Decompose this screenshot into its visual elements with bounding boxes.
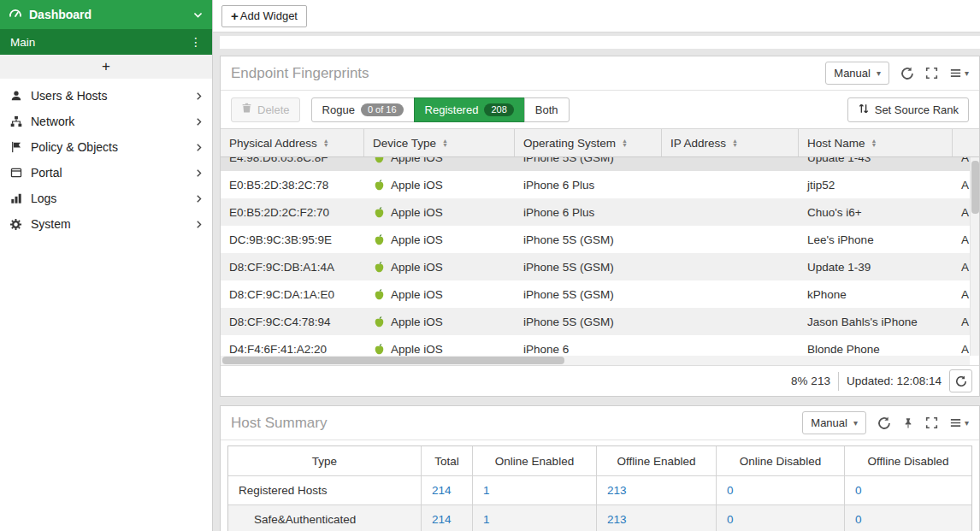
column-header-device-type[interactable]: Device Type▲▼ bbox=[364, 129, 515, 156]
caret-down-icon: ▾ bbox=[853, 418, 858, 428]
table-row[interactable]: D8:CF:9C:DA:1A:E0Apple iOSiPhone 5S (GSM… bbox=[221, 280, 979, 308]
tab-rogue[interactable]: Rogue0 of 16 bbox=[311, 97, 415, 122]
add-widget-button[interactable]: + Add Widget bbox=[221, 5, 307, 27]
host-table-body: Registered Hosts214121300Safe&Authentica… bbox=[228, 475, 971, 531]
refresh-icon[interactable] bbox=[900, 67, 914, 80]
count-link[interactable]: 1 bbox=[483, 513, 490, 526]
cell-count: 0 bbox=[845, 505, 971, 531]
tab-both[interactable]: Both bbox=[524, 97, 570, 122]
vertical-scrollbar[interactable] bbox=[970, 157, 979, 356]
sidebar-item-dashboard[interactable]: Dashboard bbox=[0, 0, 212, 29]
column-header-offline-disabled: Offline Disabled bbox=[845, 446, 971, 475]
table-row[interactable]: E0:B5:2D:38:2C:78Apple iOSiPhone 6 Plusj… bbox=[221, 171, 979, 198]
tab-label: Both bbox=[535, 103, 558, 116]
cell-device-type: Apple iOS bbox=[364, 226, 515, 253]
dashboard-canvas: Endpoint Fingerprints Manual ▾ bbox=[213, 32, 980, 531]
endpoint-table: Physical Address▲▼Device Type▲▼Operating… bbox=[221, 128, 979, 365]
sidebar-item-users-hosts[interactable]: Users & Hosts bbox=[0, 83, 212, 109]
column-header-operating-system[interactable]: Operating System▲▼ bbox=[515, 129, 662, 156]
sidebar: Dashboard Main ⋮ + Users & HostsNetworkP… bbox=[0, 0, 213, 531]
cell-operating-system: iPhone 6 Plus bbox=[515, 171, 662, 198]
table-row[interactable]: D8:CF:9C:C4:78:94Apple iOSiPhone 5S (GSM… bbox=[221, 308, 979, 335]
cell-device-type: Apple iOS bbox=[364, 198, 515, 226]
count-link[interactable]: 0 bbox=[727, 513, 734, 526]
sort-icon[interactable]: ▲▼ bbox=[442, 139, 448, 148]
add-dashboard-button[interactable]: + bbox=[0, 55, 212, 79]
column-header-physical-address[interactable]: Physical Address▲▼ bbox=[221, 129, 364, 156]
chevron-right-icon bbox=[194, 220, 204, 229]
column-label: Operating System bbox=[523, 137, 616, 150]
refresh-mode-select[interactable]: Manual ▾ bbox=[825, 62, 889, 85]
count-link[interactable]: 0 bbox=[855, 513, 862, 526]
pin-icon[interactable] bbox=[902, 417, 914, 429]
panel-menu-icon[interactable]: ▾ bbox=[949, 67, 969, 80]
fullscreen-icon[interactable] bbox=[925, 67, 938, 80]
cell-physical-address: E0:B5:2D:38:2C:78 bbox=[221, 171, 364, 198]
count-link[interactable]: 214 bbox=[432, 513, 452, 526]
vertical-scrollbar-thumb[interactable] bbox=[971, 161, 979, 214]
table-row[interactable]: DC:9B:9C:3B:95:9EApple iOSiPhone 5S (GSM… bbox=[221, 226, 979, 253]
tab-registered[interactable]: Registered208 bbox=[414, 97, 525, 122]
users-icon bbox=[9, 90, 23, 102]
column-header-host-name[interactable]: Host Name▲▼ bbox=[799, 129, 953, 156]
cell-physical-address: DC:9B:9C:3B:95:9E bbox=[221, 226, 364, 253]
count-link[interactable]: 213 bbox=[607, 484, 627, 497]
refresh-mode-value: Manual bbox=[811, 416, 847, 429]
sidebar-dashboard-label: Dashboard bbox=[29, 8, 92, 21]
refresh-button[interactable] bbox=[949, 369, 972, 392]
sort-icon[interactable]: ▲▼ bbox=[871, 139, 877, 148]
horizontal-scrollbar-thumb[interactable] bbox=[222, 357, 564, 364]
cell-count: 0 bbox=[845, 476, 971, 504]
fullscreen-icon[interactable] bbox=[925, 416, 938, 429]
cell-host-name: Chuo's i6+ bbox=[799, 198, 953, 226]
scrolled-widget-edge bbox=[220, 36, 980, 49]
count-link[interactable]: 214 bbox=[432, 484, 452, 497]
cell-ip-address bbox=[662, 198, 799, 226]
count-link[interactable]: 213 bbox=[607, 513, 627, 526]
refresh-icon[interactable] bbox=[877, 416, 891, 430]
network-icon bbox=[9, 115, 23, 127]
cell-ip-address bbox=[662, 171, 799, 198]
sidebar-item-policy-objects[interactable]: Policy & Objects bbox=[0, 134, 212, 160]
column-header-clipped bbox=[953, 129, 979, 156]
cell-host-name: jtip52 bbox=[799, 171, 953, 198]
set-source-rank-button[interactable]: Set Source Rank bbox=[847, 97, 969, 122]
chevron-right-icon bbox=[194, 143, 204, 152]
horizontal-scrollbar[interactable] bbox=[221, 356, 970, 365]
sidebar-item-label: Users & Hosts bbox=[31, 89, 107, 103]
sidebar-item-portal[interactable]: Portal bbox=[0, 160, 212, 186]
progress-text: 8% 213 bbox=[791, 375, 830, 387]
sidebar-item-network[interactable]: Network bbox=[0, 109, 212, 134]
table-row[interactable]: E0:B5:2D:2C:F2:70Apple iOSiPhone 6 PlusC… bbox=[221, 198, 979, 226]
apple-ios-icon bbox=[373, 206, 386, 219]
kebab-menu-icon[interactable]: ⋮ bbox=[190, 35, 202, 49]
sort-rank-icon bbox=[858, 103, 870, 117]
endpoint-toolbar: Delete Rogue0 of 16Registered208Both Set… bbox=[221, 91, 979, 128]
tab-label: Rogue bbox=[322, 103, 355, 116]
column-header-type: Type bbox=[228, 446, 422, 475]
table-row[interactable]: D4:F4:6F:41:A2:20Apple iOSiPhone 6Blonde… bbox=[221, 335, 979, 356]
sort-icon[interactable]: ▲▼ bbox=[323, 139, 329, 148]
chevron-right-icon bbox=[194, 91, 204, 101]
count-link[interactable]: 0 bbox=[855, 484, 862, 497]
panel-menu-icon[interactable]: ▾ bbox=[949, 416, 969, 429]
sort-icon[interactable]: ▲▼ bbox=[622, 139, 628, 148]
sidebar-item-system[interactable]: System bbox=[0, 211, 212, 237]
column-header-ip-address[interactable]: IP Address▲▼ bbox=[662, 129, 799, 156]
count-link[interactable]: 1 bbox=[483, 484, 490, 497]
cell-operating-system: iPhone 5S (GSM) bbox=[515, 226, 662, 253]
plus-icon: + bbox=[231, 9, 239, 23]
table-row: Registered Hosts214121300 bbox=[228, 475, 971, 504]
delete-button[interactable]: Delete bbox=[231, 97, 300, 122]
sort-icon[interactable]: ▲▼ bbox=[732, 139, 738, 148]
count-link[interactable]: 0 bbox=[727, 484, 734, 497]
sidebar-item-main[interactable]: Main ⋮ bbox=[0, 29, 212, 55]
table-row[interactable]: D8:CF:9C:DB:A1:4AApple iOSiPhone 5S (GSM… bbox=[221, 253, 979, 280]
host-summary-panel: Host Summary Manual ▾ bbox=[220, 405, 980, 531]
table-row[interactable]: E4:98:D6:05:8C:8FApple iOSiPhone 5S (GSM… bbox=[221, 157, 979, 171]
refresh-mode-select[interactable]: Manual ▾ bbox=[802, 411, 866, 434]
endpoint-table-body: E4:98:D6:05:8C:8FApple iOSiPhone 5S (GSM… bbox=[221, 157, 979, 356]
cell-device-type: Apple iOS bbox=[364, 308, 515, 335]
cell-count: 214 bbox=[422, 476, 473, 504]
sidebar-item-logs[interactable]: Logs bbox=[0, 186, 212, 211]
